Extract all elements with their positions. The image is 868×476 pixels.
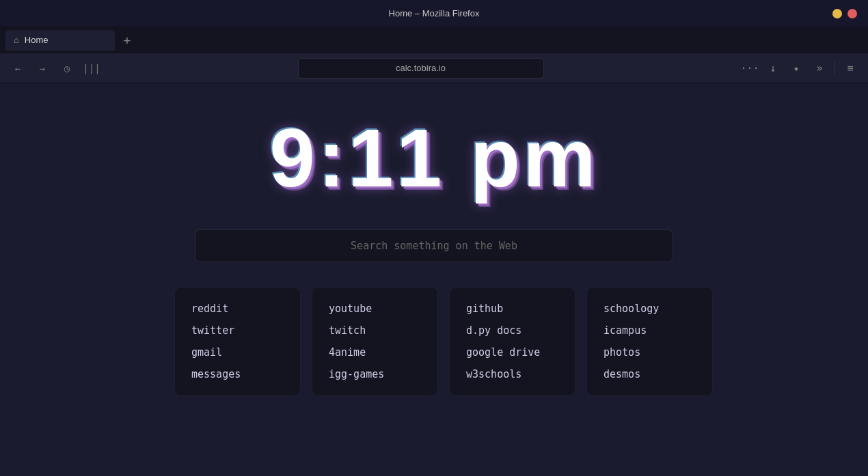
tab-label: Home [25,35,49,45]
link-4anime[interactable]: 4anime [329,345,421,360]
main-content: 9:11 pm reddit twitter gmail messages yo… [0,83,868,476]
link-messages[interactable]: messages [191,367,284,382]
link-grid: reddit twitter gmail messages youtube tw… [174,287,694,396]
link-photos[interactable]: photos [603,345,696,360]
address-bar-container: calc.tobira.io [107,58,735,79]
link-w3schools[interactable]: w3schools [466,367,558,382]
settings-button[interactable]: ✦ [787,59,806,78]
minimize-button[interactable] [832,9,842,18]
link-google-drive[interactable]: google drive [466,345,558,360]
window-title: Home – Mozilla Firefox [389,8,480,18]
forward-button[interactable]: → [33,59,52,78]
history-button[interactable]: ◷ [57,59,77,78]
link-card-3: github d.py docs google drive w3schools [449,287,575,396]
link-twitter[interactable]: twitter [191,323,284,338]
link-icampus[interactable]: icampus [603,323,696,338]
nav-right-buttons: ··· ↓ ✦ » ≡ [740,59,860,78]
link-card-1: reddit twitter gmail messages [174,287,301,396]
search-container [195,229,673,262]
forward-icon: → [40,63,45,74]
clock-display: 9:11 pm [269,111,599,205]
back-button[interactable]: ← [8,59,27,78]
title-bar: Home – Mozilla Firefox [0,0,868,27]
tab-home[interactable]: ⌂ Home [5,30,115,51]
nav-divider [835,61,835,75]
link-schoology[interactable]: schoology [603,301,696,316]
link-igg-games[interactable]: igg-games [329,367,421,382]
tab-bar: ⌂ Home + [0,27,868,53]
home-icon: ⌂ [14,35,19,45]
more-button[interactable]: ··· [740,59,759,78]
link-card-2: youtube twitch 4anime igg-games [312,287,438,396]
link-reddit[interactable]: reddit [191,301,284,316]
search-input[interactable] [195,229,673,262]
download-button[interactable]: ↓ [763,59,783,78]
address-bar[interactable]: calc.tobira.io [298,58,544,79]
link-card-4: schoology icampus photos desmos [586,287,713,396]
history-icon: ◷ [64,63,70,74]
close-button[interactable] [847,9,857,18]
new-tab-button[interactable]: + [118,31,137,50]
link-desmos[interactable]: desmos [603,367,696,382]
library-button[interactable]: ||| [82,59,101,78]
link-dpy-docs[interactable]: d.py docs [466,323,558,338]
clock-wrapper: 9:11 pm [269,111,599,205]
extend-button[interactable]: » [810,59,829,78]
nav-bar: ← → ◷ ||| calc.tobira.io ··· ↓ ✦ » ≡ [0,53,868,83]
link-github[interactable]: github [466,301,558,316]
link-twitch[interactable]: twitch [329,323,421,338]
library-icon: ||| [83,63,100,74]
clock-container: 9:11 pm [269,111,599,205]
window-controls [832,9,857,18]
menu-button[interactable]: ≡ [841,59,860,78]
link-gmail[interactable]: gmail [191,345,284,360]
back-icon: ← [15,63,21,74]
link-youtube[interactable]: youtube [329,301,421,316]
